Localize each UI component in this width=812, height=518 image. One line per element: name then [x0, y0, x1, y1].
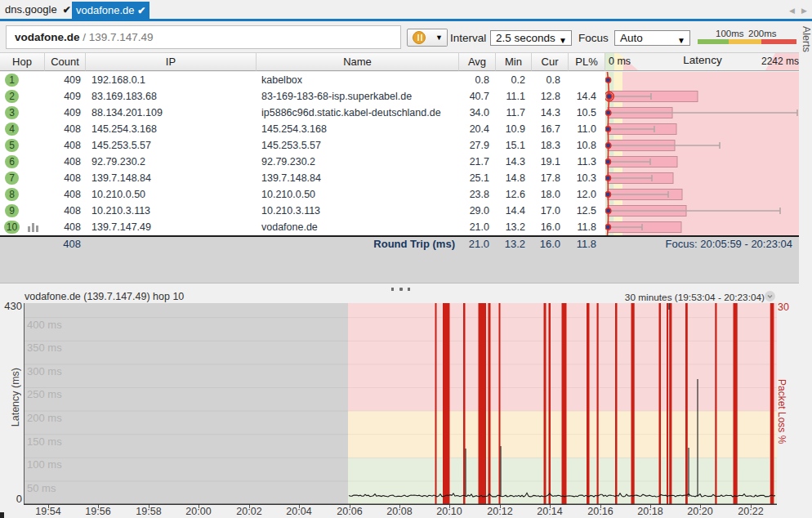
svg-text:150 ms: 150 ms [27, 435, 62, 448]
svg-text:200 ms: 200 ms [27, 412, 62, 424]
svg-text:400 ms: 400 ms [27, 319, 62, 331]
svg-text:50 ms: 50 ms [27, 482, 56, 494]
svg-text:250 ms: 250 ms [27, 388, 62, 400]
svg-text:350 ms: 350 ms [27, 342, 62, 354]
svg-text:100 ms: 100 ms [27, 458, 62, 471]
svg-text:300 ms: 300 ms [27, 365, 62, 377]
